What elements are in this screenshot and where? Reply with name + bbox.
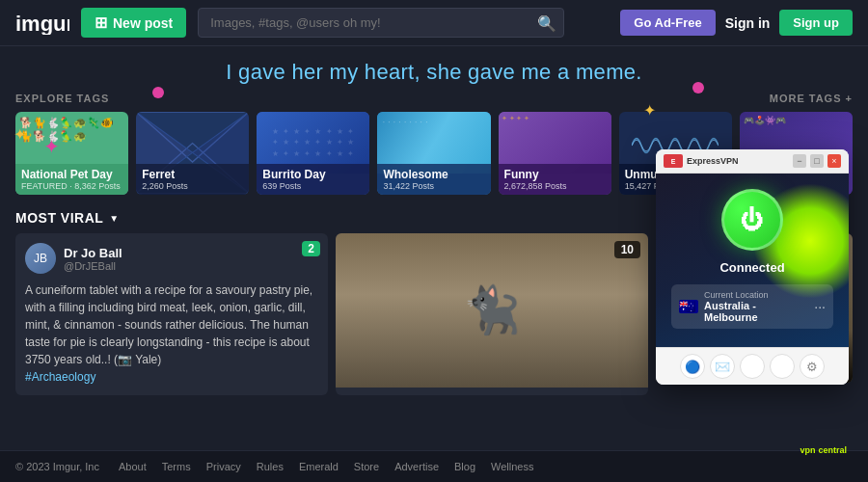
tag-sub-funny: 2,672,858 Posts xyxy=(504,181,606,191)
footer-link-rules[interactable]: Rules xyxy=(257,461,284,472)
search-input[interactable] xyxy=(198,8,564,38)
tag-name-pet: National Pet Day xyxy=(21,168,113,181)
tag-card-ferret[interactable]: Ferret 2,260 Posts xyxy=(136,112,249,195)
header-right: Go Ad-Free Sign in Sign up xyxy=(620,10,853,36)
plus-icon: ⊞ xyxy=(95,13,107,32)
footer-link-blog[interactable]: Blog xyxy=(454,461,475,472)
footer-link-privacy[interactable]: Privacy xyxy=(206,461,241,472)
vpn-watermark: vpncentral xyxy=(800,445,847,455)
google-icon[interactable]: G xyxy=(770,354,795,379)
footer-link-terms[interactable]: Terms xyxy=(162,461,191,472)
vpn-location-bar: Current Location Australia - Melbourne ·… xyxy=(671,284,833,329)
search-button[interactable]: 🔍 xyxy=(537,13,556,32)
most-viral-header: MOST VIRAL ▼ xyxy=(15,210,648,226)
vpn-central-text: central xyxy=(818,445,847,455)
most-viral-title: MOST VIRAL xyxy=(15,210,103,226)
vpn-body: ⏻ Connected Current Location Australia -… xyxy=(656,174,849,347)
tag-sub-wholesome: 31,422 Posts xyxy=(383,181,484,191)
author-name: Dr Jo Ball xyxy=(64,246,318,260)
sign-in-button[interactable]: Sign in xyxy=(725,15,771,31)
author-avatar: JB xyxy=(25,243,56,274)
footer-link-about[interactable]: About xyxy=(119,461,147,472)
post-card-image[interactable]: 🐈‍⬛ 10 xyxy=(336,233,648,395)
cat-image: 🐈‍⬛ xyxy=(336,233,648,388)
vpn-minimize-button[interactable]: − xyxy=(793,154,806,168)
explore-header: EXPLORE TAGS MORE TAGS + xyxy=(15,93,853,104)
flag-australia xyxy=(679,300,698,313)
hero-tagline: I gave her my heart, she gave me a meme. xyxy=(0,46,868,93)
tag-name-wholesome: Wholesome xyxy=(383,168,448,181)
avatar-inner: JB xyxy=(25,243,56,274)
decorative-dot-right xyxy=(692,82,704,94)
post-card-text[interactable]: JB Dr Jo Ball @DrJEBall A cuneiform tabl… xyxy=(15,233,328,395)
author-info: Dr Jo Ball @DrJEBall xyxy=(64,246,318,272)
gmail-icon[interactable]: ✉️ xyxy=(710,354,735,379)
vpn-window-buttons: − □ × xyxy=(793,154,841,168)
tag-name-funny: Funny xyxy=(504,168,539,181)
tag-sub-ferret: 2,260 Posts xyxy=(142,181,243,191)
vpn-menu-dots-icon[interactable]: ··· xyxy=(814,299,826,314)
hero-text: I gave her my heart, she gave me a meme. xyxy=(226,60,641,84)
footer-copyright: © 2023 Imgur, Inc xyxy=(15,461,99,472)
tag-sub-pet: FEATURED · 8,362 Posts xyxy=(21,181,122,191)
footer-link-advertise[interactable]: Advertise xyxy=(394,461,439,472)
decorative-star-right: ✦ xyxy=(643,101,656,120)
footer-link-wellness[interactable]: Wellness xyxy=(491,461,533,472)
footer: © 2023 Imgur, Inc About Terms Privacy Ru… xyxy=(0,450,868,482)
decorative-star-pink: ✦ xyxy=(43,135,60,158)
most-viral-dropdown-icon[interactable]: ▼ xyxy=(109,213,119,224)
header: imgur ⊞ New post 🔍 Go Ad-Free Sign in Si… xyxy=(0,0,868,46)
post-text: A cuneiform tablet with a recipe for a s… xyxy=(25,281,318,386)
settings-icon[interactable]: ⚙ xyxy=(800,354,825,379)
post-cards: JB Dr Jo Ball @DrJEBall A cuneiform tabl… xyxy=(15,233,648,395)
svg-text:imgur: imgur xyxy=(15,12,69,35)
tag-name-ferret: Ferret xyxy=(142,168,175,181)
post-hashtag[interactable]: #Archaeology xyxy=(25,370,95,384)
tag-card-funny[interactable]: ✦ ✦ ✦ ✦ Funny 2,672,858 Posts xyxy=(499,112,611,195)
vpn-footer: 🔵 ✉️ W G ⚙ xyxy=(656,347,849,385)
author-handle: @DrJEBall xyxy=(64,260,318,272)
wikipedia-icon[interactable]: W xyxy=(740,354,765,379)
vpn-logo-icon: E xyxy=(664,154,683,168)
vpn-logo-area: E ExpressVPN xyxy=(664,154,789,168)
vpn-location-info: Current Location Australia - Melbourne xyxy=(704,290,808,323)
decorative-star-left: ✦ xyxy=(14,125,26,144)
tag-name-burrito: Burrito Day xyxy=(262,168,325,181)
tag-card-national-pet-day[interactable]: 🐕🐈🐇🦜🐢🦎🐠🐈🐕🐇🦜🐢 National Pet Day FEATURED ·… xyxy=(15,112,128,195)
imgur-logo[interactable]: imgur xyxy=(15,12,69,35)
tag-card-wholesome[interactable]: · · · · · · · · · Wholesome 31,422 Posts xyxy=(377,112,490,195)
tag-card-burrito-day[interactable]: ★ ✦ ★ ✦ ★ ✦ ★ ✦✦ ★ ✦ ★ ✦ ★ ✦ ★★ ✦ ★ ✦ ★ … xyxy=(257,112,369,195)
chrome-icon[interactable]: 🔵 xyxy=(680,354,705,379)
vpn-app-icons: 🔵 ✉️ W G ⚙ xyxy=(680,354,825,379)
vpn-logo-text: ExpressVPN xyxy=(687,156,739,166)
vpn-titlebar: E ExpressVPN − □ × xyxy=(656,149,849,174)
explore-title: EXPLORE TAGS xyxy=(15,93,109,104)
footer-link-store[interactable]: Store xyxy=(354,461,379,472)
tag-sub-burrito: 639 Posts xyxy=(262,181,364,191)
post-card-image-content: 🐈‍⬛ 10 xyxy=(336,233,648,388)
sign-up-button[interactable]: Sign up xyxy=(779,10,853,36)
vpn-maximize-button[interactable]: □ xyxy=(810,154,824,168)
vpn-connected-text: Connected xyxy=(719,260,784,275)
image-count-badge: 10 xyxy=(614,241,640,258)
search-bar: 🔍 xyxy=(198,8,564,38)
vpn-close-button[interactable]: × xyxy=(827,154,841,168)
more-tags-link[interactable]: MORE TAGS + xyxy=(770,93,853,104)
vpn-popup: E ExpressVPN − □ × ⏻ Connected Current L… xyxy=(656,149,849,385)
power-icon: ⏻ xyxy=(741,206,764,233)
footer-link-emerald[interactable]: Emerald xyxy=(299,461,339,472)
go-adfree-button[interactable]: Go Ad-Free xyxy=(620,10,715,36)
vpn-location-label: Current Location xyxy=(704,290,808,300)
vpn-location-name: Australia - Melbourne xyxy=(704,300,808,323)
new-post-label: New post xyxy=(113,15,173,31)
vpn-power-button[interactable]: ⏻ xyxy=(721,189,783,251)
comment-count-badge: 2 xyxy=(302,241,320,256)
post-card-text-content: JB Dr Jo Ball @DrJEBall A cuneiform tabl… xyxy=(15,233,328,395)
post-author: JB Dr Jo Ball @DrJEBall xyxy=(25,243,318,274)
most-viral-section: MOST VIRAL ▼ JB Dr Jo Ball @DrJEBall xyxy=(15,210,648,395)
decorative-dot-top xyxy=(152,87,164,98)
new-post-button[interactable]: ⊞ New post xyxy=(81,8,186,38)
